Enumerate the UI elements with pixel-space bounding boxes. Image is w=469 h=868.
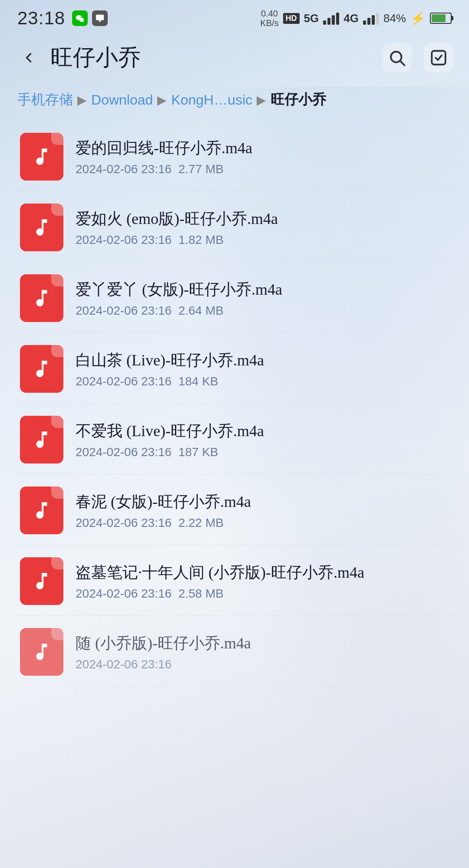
file-meta: 2024-02-06 23:16 1.82 MB [76, 233, 449, 247]
file-name: 白山茶 (Live)-旺仔小乔.m4a [76, 349, 449, 371]
status-time-section: 23:18 [17, 8, 108, 29]
file-icon [20, 487, 63, 534]
file-info: 春泥 (女版)-旺仔小乔.m4a 2024-02-06 23:16 2.22 M… [76, 491, 449, 530]
file-item[interactable]: 爱如火 (emo版)-旺仔小乔.m4a 2024-02-06 23:16 1.8… [13, 193, 456, 262]
top-navigation: 旺仔小乔 [0, 34, 469, 82]
file-icon [20, 557, 63, 605]
file-item[interactable]: 春泥 (女版)-旺仔小乔.m4a 2024-02-06 23:16 2.22 M… [13, 476, 456, 545]
file-item[interactable]: 白山茶 (Live)-旺仔小乔.m4a 2024-02-06 23:16 184… [13, 335, 456, 404]
file-name: 爱的回归线-旺仔小乔.m4a [76, 137, 449, 159]
svg-rect-0 [96, 15, 104, 20]
breadcrumb-kongh[interactable]: KongH…usic [171, 92, 252, 108]
file-item[interactable]: 爱丫爱丫 (女版)-旺仔小乔.m4a 2024-02-06 23:16 2.64… [13, 264, 456, 333]
hd-badge: HD [283, 13, 300, 24]
file-item[interactable]: 随 (小乔版)-旺仔小乔.m4a 2024-02-06 23:16 [13, 618, 456, 687]
search-button[interactable] [382, 43, 412, 72]
page-title: 旺仔小乔 [50, 43, 373, 73]
file-list: 爱的回归线-旺仔小乔.m4a 2024-02-06 23:16 2.77 MB … [0, 122, 469, 687]
file-info: 爱的回归线-旺仔小乔.m4a 2024-02-06 23:16 2.77 MB [76, 137, 449, 176]
file-icon [20, 133, 63, 181]
svg-marker-1 [98, 20, 101, 23]
file-name: 春泥 (女版)-旺仔小乔.m4a [76, 491, 449, 513]
file-info: 盗墓笔记·十年人间 (小乔版)-旺仔小乔.m4a 2024-02-06 23:1… [76, 562, 449, 601]
file-name: 随 (小乔版)-旺仔小乔.m4a [76, 632, 449, 654]
svg-rect-4 [432, 51, 446, 65]
breadcrumb: 手机存储 ▶ Download ▶ KongH…usic ▶ 旺仔小乔 [0, 82, 469, 122]
select-button[interactable] [424, 43, 453, 72]
file-icon [20, 204, 63, 251]
status-icons-right: 0.40 KB/s HD 5G 4G 84% ⚡ [260, 9, 452, 28]
breadcrumb-current: 旺仔小乔 [271, 90, 326, 109]
file-meta: 2024-02-06 23:16 2.22 MB [76, 516, 449, 530]
file-icon [20, 416, 63, 464]
file-item[interactable]: 盗墓笔记·十年人间 (小乔版)-旺仔小乔.m4a 2024-02-06 23:1… [13, 547, 456, 616]
signal-bars [323, 12, 339, 25]
file-meta: 2024-02-06 23:16 2.77 MB [76, 162, 449, 176]
breadcrumb-arrow-2: ▶ [157, 93, 167, 107]
file-meta: 2024-02-06 23:16 184 KB [76, 375, 449, 388]
file-info: 随 (小乔版)-旺仔小乔.m4a 2024-02-06 23:16 [76, 632, 449, 671]
breadcrumb-download[interactable]: Download [91, 92, 153, 108]
file-icon [20, 345, 63, 393]
4g-indicator: 4G [343, 12, 359, 25]
file-name: 爱如火 (emo版)-旺仔小乔.m4a [76, 208, 449, 230]
status-time: 23:18 [17, 8, 65, 29]
file-meta: 2024-02-06 23:16 [76, 658, 449, 671]
file-info: 不爱我 (Live)-旺仔小乔.m4a 2024-02-06 23:16 187… [76, 420, 449, 459]
svg-line-3 [400, 61, 405, 66]
5g-indicator: 5G [304, 12, 319, 25]
file-item[interactable]: 不爱我 (Live)-旺仔小乔.m4a 2024-02-06 23:16 187… [13, 405, 456, 474]
status-app-icons [72, 10, 108, 26]
file-name: 盗墓笔记·十年人间 (小乔版)-旺仔小乔.m4a [76, 562, 449, 583]
signal-bars-4g [363, 12, 379, 25]
file-item[interactable]: 爱的回归线-旺仔小乔.m4a 2024-02-06 23:16 2.77 MB [13, 122, 456, 191]
file-name: 不爱我 (Live)-旺仔小乔.m4a [76, 420, 449, 442]
wechat-icon [72, 10, 88, 26]
status-bar: 23:18 [0, 0, 469, 34]
charging-icon: ⚡ [410, 11, 426, 26]
message-icon [92, 10, 108, 26]
file-info: 爱丫爱丫 (女版)-旺仔小乔.m4a 2024-02-06 23:16 2.64… [76, 279, 449, 318]
file-meta: 2024-02-06 23:16 2.58 MB [76, 587, 449, 601]
network-speed: 0.40 KB/s [260, 9, 278, 28]
nav-actions [382, 43, 453, 72]
battery-percent: 84% [383, 12, 406, 25]
breadcrumb-arrow-1: ▶ [77, 93, 87, 107]
file-info: 白山茶 (Live)-旺仔小乔.m4a 2024-02-06 23:16 184… [76, 349, 449, 388]
breadcrumb-home[interactable]: 手机存储 [17, 90, 73, 109]
file-icon [20, 628, 63, 676]
file-meta: 2024-02-06 23:16 2.64 MB [76, 304, 449, 318]
file-meta: 2024-02-06 23:16 187 KB [76, 445, 449, 459]
file-icon [20, 274, 63, 322]
file-info: 爱如火 (emo版)-旺仔小乔.m4a 2024-02-06 23:16 1.8… [76, 208, 449, 247]
file-name: 爱丫爱丫 (女版)-旺仔小乔.m4a [76, 279, 449, 300]
back-button[interactable] [16, 45, 42, 71]
battery-icon [430, 13, 452, 24]
breadcrumb-arrow-3: ▶ [257, 93, 266, 107]
